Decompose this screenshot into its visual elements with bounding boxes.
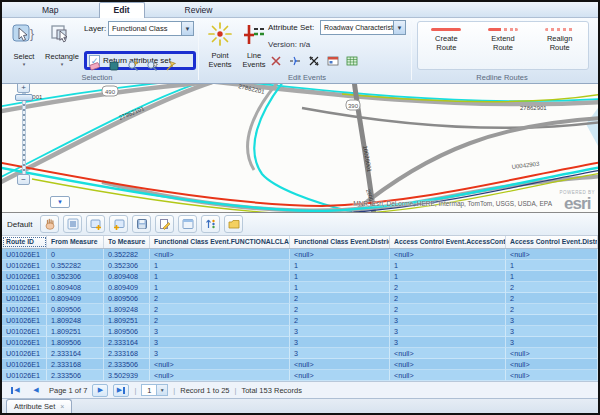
table-row[interactable]: U01026E12.3335063.502939<null><null><nul…: [2, 370, 598, 381]
add-panel-left-icon[interactable]: [86, 215, 105, 233]
table-cell: 3: [390, 315, 506, 326]
table-cell: 2: [290, 304, 390, 315]
column-header[interactable]: Functional Class Event.District: [290, 236, 390, 248]
open-window-icon[interactable]: [178, 215, 197, 233]
table-row[interactable]: U01026E11.8092481.8092512233: [2, 315, 598, 326]
rectangle-button[interactable]: Rectangle ▾: [44, 22, 80, 66]
edit-events-tool-row: [268, 53, 360, 69]
ribbon: } Select ▾ Rectangle ▾ Layer: Functional…: [2, 18, 598, 84]
export-icon[interactable]: [224, 215, 243, 233]
column-header[interactable]: From Measure: [47, 236, 104, 248]
attribute-window-icon[interactable]: [325, 53, 341, 69]
layer-dropdown[interactable]: Functional Class ▼: [108, 21, 194, 36]
table-cell: <null>: [390, 370, 506, 381]
extend-route-button[interactable]: Extend Route: [479, 28, 527, 69]
table-cell: 1.809251: [104, 315, 150, 326]
menu-icon[interactable]: [63, 215, 82, 233]
route-shield-490: 490: [102, 86, 118, 96]
event-table-icon[interactable]: [344, 53, 360, 69]
table-cell: 3: [150, 337, 290, 348]
chevron-down-icon[interactable]: ▼: [157, 384, 168, 396]
table-row[interactable]: U01026E11.8092511.8095063333: [2, 326, 598, 337]
table-cell: <null>: [390, 359, 506, 370]
table-cell: <null>: [150, 359, 290, 370]
pan-hand-icon[interactable]: [40, 215, 59, 233]
table-cell: 2.333164: [104, 337, 150, 348]
table-cell: 1.809506: [104, 326, 150, 337]
tab-attribute-set[interactable]: Attribute Set ×: [6, 399, 72, 413]
redline-routes-panel: Create Route Extend Route Realign Route: [417, 21, 589, 70]
table-row[interactable]: U01026E10.8094090.8095062222: [2, 293, 598, 304]
table-cell: 2: [506, 304, 598, 315]
edit-attributes-icon[interactable]: [155, 215, 174, 233]
road-label: U0042903: [511, 161, 540, 170]
svg-text:390: 390: [348, 103, 359, 109]
tab-edit[interactable]: Edit: [99, 2, 145, 18]
table-row[interactable]: U01026E10.3522820.3523061111: [2, 260, 598, 271]
point-events-button[interactable]: Point Events: [202, 21, 238, 69]
table-cell: 0.352282: [104, 249, 150, 260]
table-cell: 3: [290, 326, 390, 337]
line-events-button[interactable]: Line Events: [236, 21, 272, 69]
table-cell: U01026E1: [2, 271, 47, 282]
extend-route-icon: [488, 28, 518, 31]
table-cell: 3: [150, 348, 290, 359]
table-cell: 2: [390, 282, 506, 293]
table-row[interactable]: U01026E11.8095062.3331643333: [2, 337, 598, 348]
save-icon[interactable]: [132, 215, 151, 233]
table-row[interactable]: U01026E10.8095061.8092482222: [2, 304, 598, 315]
table-row[interactable]: U01026E12.3331642.33316833<null><null>: [2, 348, 598, 359]
column-header[interactable]: Access Control Event.AccessControl: [390, 236, 506, 248]
column-header[interactable]: Access Control Event.District: [506, 236, 598, 248]
pick-select-icon[interactable]: [163, 58, 179, 74]
table-cell: 0.352306: [104, 260, 150, 271]
group-divider: [411, 21, 412, 80]
table-row[interactable]: U01026E100.352282<null><null><null><null…: [2, 249, 598, 260]
tab-map[interactable]: Map: [28, 3, 73, 17]
table-cell: <null>: [506, 348, 598, 359]
table-cell: 1: [150, 282, 290, 293]
page-select[interactable]: 1 ▼: [141, 384, 168, 396]
page-indicator: Page 1 of 7: [49, 386, 87, 395]
zoom-in-button[interactable]: +: [17, 84, 30, 93]
table-cell: 3: [506, 337, 598, 348]
zoom-select-icon[interactable]: [125, 58, 141, 74]
next-page-button[interactable]: ▶: [92, 384, 108, 397]
chevron-down-icon[interactable]: ▼: [393, 21, 405, 34]
attribute-set-dropdown[interactable]: Roadway Characteristics ▼: [320, 20, 406, 35]
table-cell: 2.333164: [47, 348, 104, 359]
table-cell: 3: [290, 348, 390, 359]
move-event-icon[interactable]: [306, 53, 322, 69]
add-panel-right-icon[interactable]: [109, 215, 128, 233]
create-route-button[interactable]: Create Route: [422, 28, 470, 69]
column-header[interactable]: Route ID: [2, 236, 47, 248]
pan-select-icon[interactable]: [144, 58, 160, 74]
delete-event-icon[interactable]: [268, 53, 284, 69]
realign-route-button[interactable]: Realign Route: [536, 28, 584, 69]
eraser-icon[interactable]: [87, 58, 103, 74]
sort-icon[interactable]: [201, 215, 220, 233]
zoom-slider-track[interactable]: [22, 93, 26, 175]
select-button[interactable]: } Select ▾: [6, 22, 42, 66]
redline-group-label: Redline Routes: [447, 73, 557, 82]
chevron-down-icon[interactable]: ▼: [181, 22, 193, 35]
table-row[interactable]: U01026E10.3523060.8094081111: [2, 271, 598, 282]
zoom-slider-handle[interactable]: [15, 94, 33, 101]
table-row[interactable]: U01026E12.3331682.333506<null><null><nul…: [2, 359, 598, 370]
column-header[interactable]: To Measure: [104, 236, 150, 248]
map-viewport[interactable]: 3001 490 27962101 27862201 27862901 390 …: [2, 84, 598, 213]
close-icon[interactable]: ×: [60, 403, 64, 410]
swatch-icon[interactable]: [106, 58, 122, 74]
table-cell: 1: [506, 260, 598, 271]
column-header[interactable]: Functional Class Event.FUNCTIONALCLASS: [150, 236, 290, 248]
last-page-button[interactable]: ▶: [113, 384, 129, 397]
zoom-out-button[interactable]: −: [17, 174, 30, 185]
first-page-button[interactable]: ◀: [7, 384, 23, 397]
previous-page-button[interactable]: ◀: [28, 384, 44, 397]
table-cell: 0.809506: [47, 304, 104, 315]
panel-collapse-button[interactable]: ▼: [50, 196, 70, 208]
split-event-icon[interactable]: [287, 53, 303, 69]
table-row[interactable]: U01026E10.8094080.8094091122: [2, 282, 598, 293]
tab-review[interactable]: Review: [171, 3, 227, 17]
esri-logo: powered by esri: [559, 191, 595, 213]
